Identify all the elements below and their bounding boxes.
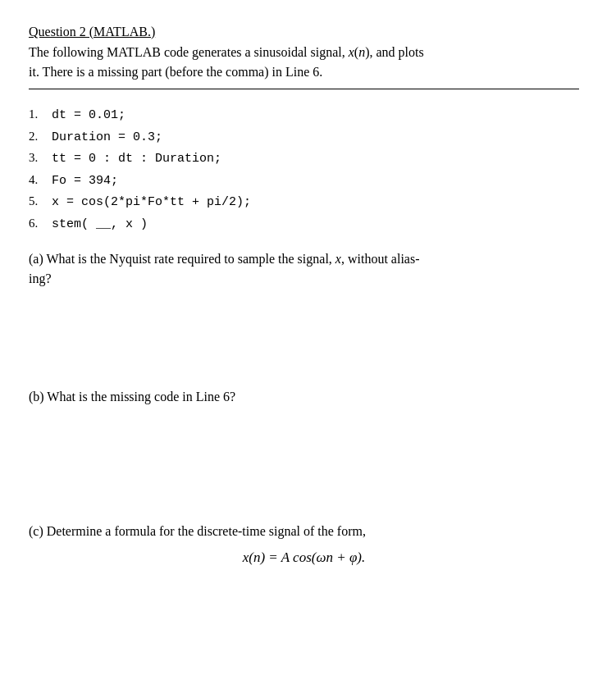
question-container: Question 2 (MATLAB.) The following MATLA… xyxy=(29,25,579,566)
code-line-1: 1. dt = 0.01; xyxy=(29,104,579,126)
part-c: (c) Determine a formula for the discrete… xyxy=(29,522,579,566)
code-text-4: Fo = 394; xyxy=(52,171,118,192)
line-num-6: 6. xyxy=(29,213,52,235)
part-a: (a) What is the Nyquist rate required to… xyxy=(29,249,579,289)
question-title: Question 2 (MATLAB.) xyxy=(29,25,579,39)
code-line-4: 4. Fo = 394; xyxy=(29,170,579,192)
part-a-label: (a) What is the Nyquist rate required to… xyxy=(29,249,579,289)
code-text-6: stem( __, x ) xyxy=(52,214,148,235)
line-num-5: 5. xyxy=(29,191,52,212)
line-num-3: 3. xyxy=(29,148,52,169)
code-block: 1. dt = 0.01; 2. Duration = 0.3; 3. tt =… xyxy=(29,104,579,235)
intro-line1: The following MATLAB code generates a si… xyxy=(29,45,424,59)
code-line-3: 3. tt = 0 : dt : Duration; xyxy=(29,148,579,170)
line-num-2: 2. xyxy=(29,126,52,148)
code-text-3: tt = 0 : dt : Duration; xyxy=(52,148,221,170)
line-num-1: 1. xyxy=(29,104,52,125)
code-line-2: 2. Duration = 0.3; xyxy=(29,126,579,148)
intro-line2: it. There is a missing part (before the … xyxy=(29,65,322,79)
line-num-4: 4. xyxy=(29,170,52,191)
code-line-5: 5. x = cos(2*pi*Fo*tt + pi/2); xyxy=(29,191,579,213)
question-intro: The following MATLAB code generates a si… xyxy=(29,43,579,89)
code-text-1: dt = 0.01; xyxy=(52,105,125,126)
part-c-label: (c) Determine a formula for the discrete… xyxy=(29,522,579,541)
part-b-label: (b) What is the missing code in Line 6? xyxy=(29,387,579,407)
part-b: (b) What is the missing code in Line 6? xyxy=(29,387,579,407)
part-a-line2: ing? xyxy=(29,271,52,285)
part-a-line1: (a) What is the Nyquist rate required to… xyxy=(29,252,419,266)
code-line-6: 6. stem( __, x ) xyxy=(29,213,579,235)
code-text-5: x = cos(2*pi*Fo*tt + pi/2); xyxy=(52,192,251,213)
formula-text: x(n) = A cos(ωn + φ). xyxy=(243,550,366,565)
code-text-2: Duration = 0.3; xyxy=(52,127,162,148)
formula-block: x(n) = A cos(ωn + φ). xyxy=(29,550,579,566)
